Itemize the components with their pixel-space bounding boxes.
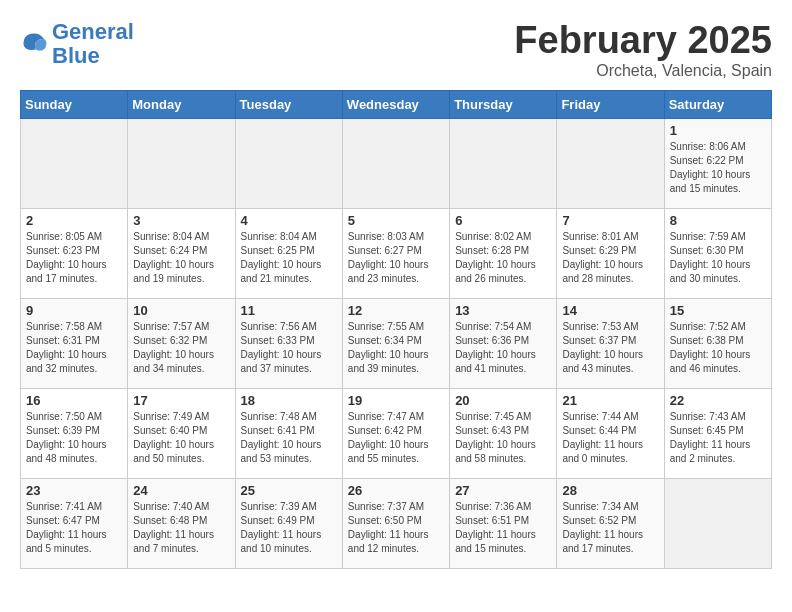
calendar-cell — [235, 118, 342, 208]
day-info: Sunrise: 7:54 AM Sunset: 6:36 PM Dayligh… — [455, 320, 551, 376]
calendar-cell: 13Sunrise: 7:54 AM Sunset: 6:36 PM Dayli… — [450, 298, 557, 388]
location: Orcheta, Valencia, Spain — [514, 62, 772, 80]
day-info: Sunrise: 7:40 AM Sunset: 6:48 PM Dayligh… — [133, 500, 229, 556]
calendar-cell: 20Sunrise: 7:45 AM Sunset: 6:43 PM Dayli… — [450, 388, 557, 478]
calendar-cell: 27Sunrise: 7:36 AM Sunset: 6:51 PM Dayli… — [450, 478, 557, 568]
weekday-header-tuesday: Tuesday — [235, 90, 342, 118]
calendar-cell: 12Sunrise: 7:55 AM Sunset: 6:34 PM Dayli… — [342, 298, 449, 388]
calendar-cell: 18Sunrise: 7:48 AM Sunset: 6:41 PM Dayli… — [235, 388, 342, 478]
day-number: 16 — [26, 393, 122, 408]
calendar-table: SundayMondayTuesdayWednesdayThursdayFrid… — [20, 90, 772, 569]
day-info: Sunrise: 7:45 AM Sunset: 6:43 PM Dayligh… — [455, 410, 551, 466]
month-title: February 2025 — [514, 20, 772, 62]
day-number: 26 — [348, 483, 444, 498]
calendar-cell: 17Sunrise: 7:49 AM Sunset: 6:40 PM Dayli… — [128, 388, 235, 478]
day-number: 23 — [26, 483, 122, 498]
calendar-cell: 15Sunrise: 7:52 AM Sunset: 6:38 PM Dayli… — [664, 298, 771, 388]
day-info: Sunrise: 8:01 AM Sunset: 6:29 PM Dayligh… — [562, 230, 658, 286]
title-block: February 2025 Orcheta, Valencia, Spain — [514, 20, 772, 80]
calendar-cell — [342, 118, 449, 208]
calendar-cell: 4Sunrise: 8:04 AM Sunset: 6:25 PM Daylig… — [235, 208, 342, 298]
calendar-cell: 19Sunrise: 7:47 AM Sunset: 6:42 PM Dayli… — [342, 388, 449, 478]
weekday-header-sunday: Sunday — [21, 90, 128, 118]
day-info: Sunrise: 7:50 AM Sunset: 6:39 PM Dayligh… — [26, 410, 122, 466]
calendar-cell: 25Sunrise: 7:39 AM Sunset: 6:49 PM Dayli… — [235, 478, 342, 568]
day-number: 1 — [670, 123, 766, 138]
day-number: 21 — [562, 393, 658, 408]
day-number: 28 — [562, 483, 658, 498]
weekday-header-friday: Friday — [557, 90, 664, 118]
day-number: 22 — [670, 393, 766, 408]
calendar-cell: 14Sunrise: 7:53 AM Sunset: 6:37 PM Dayli… — [557, 298, 664, 388]
day-number: 18 — [241, 393, 337, 408]
day-number: 7 — [562, 213, 658, 228]
calendar-cell: 5Sunrise: 8:03 AM Sunset: 6:27 PM Daylig… — [342, 208, 449, 298]
calendar-cell: 21Sunrise: 7:44 AM Sunset: 6:44 PM Dayli… — [557, 388, 664, 478]
weekday-header-monday: Monday — [128, 90, 235, 118]
calendar-cell: 9Sunrise: 7:58 AM Sunset: 6:31 PM Daylig… — [21, 298, 128, 388]
day-info: Sunrise: 7:52 AM Sunset: 6:38 PM Dayligh… — [670, 320, 766, 376]
day-info: Sunrise: 7:43 AM Sunset: 6:45 PM Dayligh… — [670, 410, 766, 466]
day-info: Sunrise: 7:49 AM Sunset: 6:40 PM Dayligh… — [133, 410, 229, 466]
day-info: Sunrise: 7:47 AM Sunset: 6:42 PM Dayligh… — [348, 410, 444, 466]
calendar-cell — [21, 118, 128, 208]
day-number: 13 — [455, 303, 551, 318]
week-row-5: 23Sunrise: 7:41 AM Sunset: 6:47 PM Dayli… — [21, 478, 772, 568]
calendar-cell — [128, 118, 235, 208]
calendar-cell: 16Sunrise: 7:50 AM Sunset: 6:39 PM Dayli… — [21, 388, 128, 478]
day-number: 2 — [26, 213, 122, 228]
calendar-cell: 28Sunrise: 7:34 AM Sunset: 6:52 PM Dayli… — [557, 478, 664, 568]
day-number: 17 — [133, 393, 229, 408]
day-number: 12 — [348, 303, 444, 318]
day-info: Sunrise: 7:39 AM Sunset: 6:49 PM Dayligh… — [241, 500, 337, 556]
calendar-cell: 22Sunrise: 7:43 AM Sunset: 6:45 PM Dayli… — [664, 388, 771, 478]
logo-blue: Blue — [52, 43, 100, 68]
day-number: 3 — [133, 213, 229, 228]
day-info: Sunrise: 8:03 AM Sunset: 6:27 PM Dayligh… — [348, 230, 444, 286]
day-info: Sunrise: 7:57 AM Sunset: 6:32 PM Dayligh… — [133, 320, 229, 376]
calendar-cell: 6Sunrise: 8:02 AM Sunset: 6:28 PM Daylig… — [450, 208, 557, 298]
day-number: 4 — [241, 213, 337, 228]
logo: General Blue — [20, 20, 134, 68]
day-info: Sunrise: 7:56 AM Sunset: 6:33 PM Dayligh… — [241, 320, 337, 376]
day-info: Sunrise: 7:44 AM Sunset: 6:44 PM Dayligh… — [562, 410, 658, 466]
calendar-cell — [450, 118, 557, 208]
week-row-2: 2Sunrise: 8:05 AM Sunset: 6:23 PM Daylig… — [21, 208, 772, 298]
day-info: Sunrise: 8:05 AM Sunset: 6:23 PM Dayligh… — [26, 230, 122, 286]
page-header: General Blue February 2025 Orcheta, Vale… — [20, 20, 772, 80]
calendar-cell: 11Sunrise: 7:56 AM Sunset: 6:33 PM Dayli… — [235, 298, 342, 388]
calendar-cell: 8Sunrise: 7:59 AM Sunset: 6:30 PM Daylig… — [664, 208, 771, 298]
day-info: Sunrise: 7:37 AM Sunset: 6:50 PM Dayligh… — [348, 500, 444, 556]
logo-icon — [20, 30, 48, 58]
day-info: Sunrise: 8:06 AM Sunset: 6:22 PM Dayligh… — [670, 140, 766, 196]
day-number: 19 — [348, 393, 444, 408]
day-number: 10 — [133, 303, 229, 318]
calendar-cell: 3Sunrise: 8:04 AM Sunset: 6:24 PM Daylig… — [128, 208, 235, 298]
day-info: Sunrise: 7:58 AM Sunset: 6:31 PM Dayligh… — [26, 320, 122, 376]
day-number: 9 — [26, 303, 122, 318]
day-info: Sunrise: 8:04 AM Sunset: 6:25 PM Dayligh… — [241, 230, 337, 286]
weekday-header-thursday: Thursday — [450, 90, 557, 118]
calendar-cell: 7Sunrise: 8:01 AM Sunset: 6:29 PM Daylig… — [557, 208, 664, 298]
weekday-header-wednesday: Wednesday — [342, 90, 449, 118]
day-number: 11 — [241, 303, 337, 318]
day-number: 8 — [670, 213, 766, 228]
day-info: Sunrise: 7:41 AM Sunset: 6:47 PM Dayligh… — [26, 500, 122, 556]
calendar-cell: 1Sunrise: 8:06 AM Sunset: 6:22 PM Daylig… — [664, 118, 771, 208]
calendar-cell: 23Sunrise: 7:41 AM Sunset: 6:47 PM Dayli… — [21, 478, 128, 568]
week-row-1: 1Sunrise: 8:06 AM Sunset: 6:22 PM Daylig… — [21, 118, 772, 208]
calendar-cell: 10Sunrise: 7:57 AM Sunset: 6:32 PM Dayli… — [128, 298, 235, 388]
calendar-cell: 2Sunrise: 8:05 AM Sunset: 6:23 PM Daylig… — [21, 208, 128, 298]
calendar-cell: 26Sunrise: 7:37 AM Sunset: 6:50 PM Dayli… — [342, 478, 449, 568]
weekday-header-row: SundayMondayTuesdayWednesdayThursdayFrid… — [21, 90, 772, 118]
day-number: 20 — [455, 393, 551, 408]
day-info: Sunrise: 7:59 AM Sunset: 6:30 PM Dayligh… — [670, 230, 766, 286]
calendar-cell — [664, 478, 771, 568]
day-number: 14 — [562, 303, 658, 318]
calendar-cell: 24Sunrise: 7:40 AM Sunset: 6:48 PM Dayli… — [128, 478, 235, 568]
day-number: 15 — [670, 303, 766, 318]
calendar-cell — [557, 118, 664, 208]
week-row-4: 16Sunrise: 7:50 AM Sunset: 6:39 PM Dayli… — [21, 388, 772, 478]
day-info: Sunrise: 7:34 AM Sunset: 6:52 PM Dayligh… — [562, 500, 658, 556]
weekday-header-saturday: Saturday — [664, 90, 771, 118]
